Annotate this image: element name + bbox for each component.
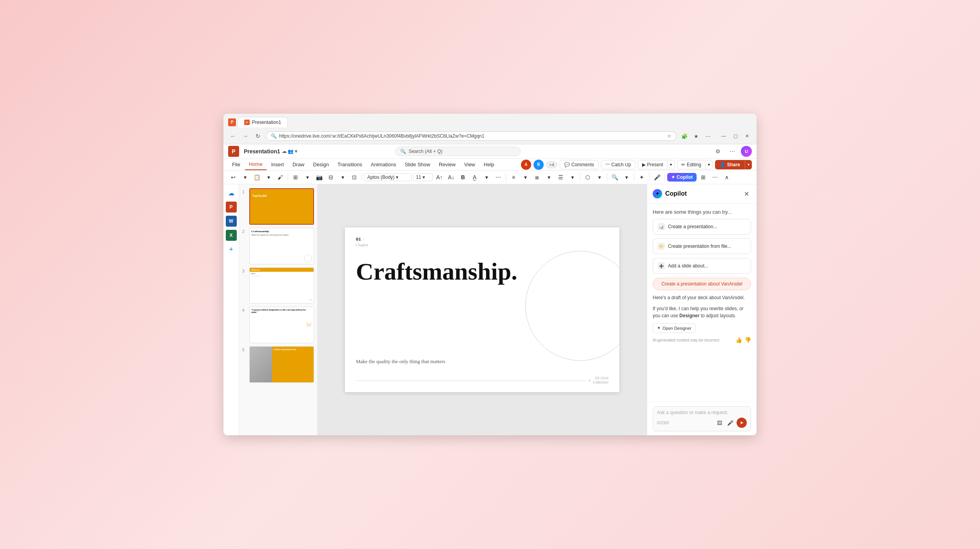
catch-up-button[interactable]: 〰 Catch Up bbox=[601, 160, 635, 169]
clipboard-button[interactable]: 📋 bbox=[252, 172, 262, 182]
slide-preview-2[interactable]: Craftsmanship. Make the quality the only… bbox=[249, 228, 314, 264]
menu-help[interactable]: Help bbox=[480, 159, 498, 170]
copilot-mic-btn[interactable]: 🎤 bbox=[726, 418, 735, 427]
powerpoint-sidebar-icon[interactable]: P bbox=[226, 202, 237, 213]
more-button[interactable]: ⋯ bbox=[727, 146, 738, 157]
menu-file[interactable]: File bbox=[228, 159, 244, 170]
dictate-button[interactable]: 🎤 bbox=[652, 172, 662, 182]
forward-button[interactable]: → bbox=[241, 131, 250, 141]
copilot-toolbar-button[interactable]: ✦ Copilot bbox=[667, 173, 697, 182]
open-designer-button[interactable]: ✦ Open Designer bbox=[653, 323, 696, 333]
onedrive-icon[interactable]: ☁ bbox=[226, 187, 237, 198]
slide-preview-1[interactable]: VanArsdel bbox=[249, 188, 314, 225]
numbered-list-button[interactable]: ≣ bbox=[532, 172, 542, 182]
main-slide[interactable]: 01 / Chapter Craftsmanship. Make the qua… bbox=[345, 227, 619, 392]
menu-view[interactable]: View bbox=[460, 159, 479, 170]
find-button[interactable]: 🔍 bbox=[610, 172, 620, 182]
toolbar-more-button[interactable]: ⋯ bbox=[710, 172, 720, 182]
shape-fill-button[interactable]: ⬡ bbox=[583, 172, 593, 182]
copilot-add-slide-btn[interactable]: ➕ Add a slide about... bbox=[653, 258, 751, 274]
bullet-list-dropdown[interactable]: ▾ bbox=[520, 172, 530, 182]
copilot-create-presentation-btn[interactable]: 📊 Create a presentation... bbox=[653, 219, 751, 235]
editing-button[interactable]: ✏ Editing bbox=[677, 160, 706, 169]
user-bubble-2[interactable]: B bbox=[534, 160, 544, 170]
bold-button[interactable]: B bbox=[458, 172, 468, 182]
slide-thumb-4[interactable]: 4 "A person without imagination is like … bbox=[242, 307, 314, 343]
slide-size-dropdown[interactable]: ▾ bbox=[338, 172, 348, 182]
menu-review[interactable]: Review bbox=[435, 159, 459, 170]
format-painter-button[interactable]: 🖌 bbox=[275, 172, 285, 182]
slide-preview-5[interactable]: Culture and people here. bbox=[249, 346, 314, 383]
copilot-generate-button[interactable]: Create a presentation about VanArsdel bbox=[653, 278, 751, 290]
menu-slideshow[interactable]: Slide Show bbox=[401, 159, 434, 170]
menu-design[interactable]: Design bbox=[309, 159, 333, 170]
slide-thumb-5[interactable]: 5 Culture and people here. bbox=[242, 346, 314, 383]
clipboard-dropdown[interactable]: ▾ bbox=[263, 172, 274, 182]
font-color-button[interactable]: A̲ bbox=[470, 172, 480, 182]
find-dropdown[interactable]: ▾ bbox=[621, 172, 632, 182]
numbered-list-dropdown[interactable]: ▾ bbox=[544, 172, 554, 182]
excel-sidebar-icon[interactable]: X bbox=[226, 230, 237, 241]
copilot-input-area[interactable]: Ask a question or make a request. 0/2000… bbox=[653, 406, 751, 431]
slide-size-button[interactable]: ⊟ bbox=[326, 172, 336, 182]
menu-draw[interactable]: Draw bbox=[289, 159, 308, 170]
present-button[interactable]: ▶ Present bbox=[638, 160, 668, 169]
extensions-button[interactable]: 🧩 bbox=[680, 131, 689, 141]
increase-font-button[interactable]: A↑ bbox=[434, 172, 445, 182]
alt-text-button[interactable]: ⊡ bbox=[349, 172, 359, 182]
grid-view-button[interactable]: ⊞ bbox=[698, 172, 708, 182]
slide-preview-3[interactable]: About us. Name ———————— → bbox=[249, 267, 314, 304]
undo-button[interactable]: ↩ bbox=[228, 172, 238, 182]
minimize-button[interactable]: — bbox=[719, 131, 728, 141]
comments-button[interactable]: 💬 Comments bbox=[560, 160, 599, 169]
maximize-button[interactable]: ▢ bbox=[731, 131, 740, 141]
designer-button[interactable]: ✦ bbox=[637, 172, 647, 182]
decrease-font-button[interactable]: A↓ bbox=[446, 172, 456, 182]
present-caret[interactable]: ▾ bbox=[668, 160, 675, 169]
font-color-dropdown[interactable]: ▾ bbox=[481, 172, 492, 182]
word-sidebar-icon[interactable]: W bbox=[226, 216, 237, 227]
editing-caret[interactable]: ▾ bbox=[706, 160, 713, 169]
shape-fill-dropdown[interactable]: ▾ bbox=[594, 172, 604, 182]
slide-thumb-2[interactable]: 2 Craftsmanship. Make the quality the on… bbox=[242, 228, 314, 264]
favorites-button[interactable]: ★ bbox=[691, 131, 701, 141]
refresh-button[interactable]: ↻ bbox=[253, 131, 263, 141]
slide-preview-4[interactable]: "A person without imagination is like a … bbox=[249, 307, 314, 343]
share-button[interactable]: 👤 Share bbox=[715, 160, 745, 169]
slide-subtitle[interactable]: Make the quality the only thing that mat… bbox=[356, 358, 445, 365]
menu-animations[interactable]: Animations bbox=[367, 159, 400, 170]
align-dropdown[interactable]: ▾ bbox=[567, 172, 577, 182]
thumbs-up-button[interactable]: 👍 bbox=[735, 337, 742, 343]
dropdown-icon[interactable]: ▾ bbox=[295, 149, 297, 154]
align-button[interactable]: ☰ bbox=[555, 172, 566, 182]
close-button[interactable]: ✕ bbox=[742, 131, 752, 141]
slide-thumb-1[interactable]: 1 VanArsdel bbox=[242, 188, 314, 225]
user-count-badge[interactable]: +4 bbox=[546, 161, 557, 168]
slide-thumb-3[interactable]: 3 About us. Name ———————— → bbox=[242, 267, 314, 304]
share-caret[interactable]: ▾ bbox=[745, 160, 752, 169]
toolbar-collapse-button[interactable]: ∧ bbox=[722, 172, 732, 182]
undo-dropdown[interactable]: ▾ bbox=[240, 172, 250, 182]
font-size-selector[interactable]: 11 ▾ bbox=[413, 173, 433, 181]
bullet-list-button[interactable]: ≡ bbox=[508, 172, 519, 182]
user-avatar[interactable]: U bbox=[741, 146, 752, 157]
menu-home[interactable]: Home bbox=[245, 159, 267, 170]
screenshot-button[interactable]: 📷 bbox=[314, 172, 324, 182]
copilot-create-from-file-btn[interactable]: 📁 Create presentation from file... bbox=[653, 238, 751, 254]
copilot-close-button[interactable]: ✕ bbox=[742, 189, 751, 198]
thumbs-down-button[interactable]: 👎 bbox=[744, 337, 751, 343]
copilot-send-button[interactable]: ➤ bbox=[737, 418, 747, 428]
slide-layout-button[interactable]: ⊞ bbox=[290, 172, 301, 182]
font-selector[interactable]: Aptos (Body) ▾ bbox=[365, 173, 412, 181]
slide-layout-dropdown[interactable]: ▾ bbox=[302, 172, 312, 182]
menu-insert[interactable]: Insert bbox=[267, 159, 288, 170]
address-bar[interactable]: 🔍 https://onedrive.live.com/:w:/t/EaCKkP… bbox=[266, 131, 677, 141]
more-text-btn[interactable]: ⋯ bbox=[493, 172, 503, 182]
title-search[interactable]: 🔍 Search (Alt + Q) bbox=[395, 147, 521, 156]
settings-button[interactable]: ⚙ bbox=[713, 146, 724, 157]
menu-transitions[interactable]: Transitions bbox=[334, 159, 366, 170]
back-button[interactable]: ← bbox=[228, 131, 238, 141]
copilot-image-btn[interactable]: 🖼 bbox=[715, 418, 724, 427]
copilot-designer-link[interactable]: Designer bbox=[679, 313, 699, 318]
browser-more-button[interactable]: ⋯ bbox=[703, 131, 713, 141]
